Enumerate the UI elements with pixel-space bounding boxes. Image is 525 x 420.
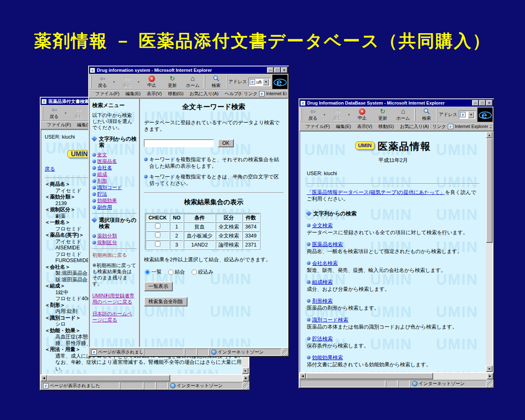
search-button[interactable]: 検索	[206, 75, 226, 89]
scroll-thumb[interactable]	[306, 373, 433, 379]
maximize-button[interactable]: □	[274, 67, 281, 73]
back-dropdown-icon[interactable]: ▾	[65, 112, 68, 115]
resize-grip[interactable]	[487, 380, 493, 387]
menu-item[interactable]: 移動(G)	[168, 91, 183, 97]
scroll-left-icon[interactable]: ◀	[299, 373, 306, 379]
sidebar-link-薬効分類[interactable]: 薬効分類	[97, 233, 117, 239]
menu-item[interactable]: 表示(V)	[147, 91, 162, 97]
return-link[interactable]: UMIN利用登録者専用のページに戻る	[92, 293, 137, 305]
reset-screen-link[interactable]: 初期画面に戻る	[92, 252, 137, 258]
forward-dropdown-icon[interactable]: ▾	[138, 80, 141, 84]
home-button[interactable]: ⌂ ホーム	[183, 75, 203, 89]
search-button[interactable]: 検索	[417, 107, 436, 122]
refresh-button[interactable]: ↻ 更新	[162, 75, 182, 89]
menu-item[interactable]: ファイル(F)	[47, 122, 71, 128]
toolbar-grip[interactable]	[42, 107, 43, 119]
vertical-scrollbar[interactable]: ▲ ▼	[486, 132, 493, 372]
radio-list[interactable]: 一覧	[145, 269, 162, 275]
scroll-right-icon[interactable]: ▶	[487, 373, 493, 379]
sidebar-link-規制区分[interactable]: 規制区分	[97, 240, 117, 246]
back-link[interactable]: 戻る	[45, 166, 55, 173]
narrow-radio[interactable]	[192, 269, 197, 275]
address-dropdown-icon[interactable]: ▼	[263, 79, 269, 85]
menu-item[interactable]: お気に入り(A)	[400, 123, 429, 130]
scroll-thumb[interactable]	[486, 138, 493, 243]
links-item[interactable]: Internet Explorer ニュース	[455, 123, 492, 130]
list-radio[interactable]	[145, 269, 150, 275]
home-button[interactable]: ⌂ ホーム	[393, 107, 413, 122]
link-剤形検索[interactable]: 剤形検索	[312, 298, 333, 304]
menu-item[interactable]: 編集(E)	[126, 91, 141, 97]
horizontal-scrollbar[interactable]: ◀ ▶	[41, 375, 249, 381]
close-button[interactable]: ×	[281, 67, 288, 73]
link-会社名検索[interactable]: 会社名検索	[312, 260, 338, 267]
scroll-up-icon[interactable]: ▲	[486, 132, 493, 138]
union-radio[interactable]	[168, 269, 173, 275]
radio-narrow[interactable]: 絞込み	[192, 269, 214, 275]
toolbar-grip[interactable]	[301, 108, 302, 121]
sidebar-link-貯法[interactable]: 貯法	[97, 191, 107, 197]
stop-button[interactable]: × 中止	[142, 75, 162, 89]
minimize-button[interactable]: ─	[267, 67, 274, 73]
menu-item[interactable]: ヘルプ(H)	[225, 91, 242, 97]
resize-grip[interactable]	[243, 382, 249, 389]
back-button[interactable]: ⇦ 戻る	[303, 107, 323, 122]
sidebar-link-医薬品名[interactable]: 医薬品名	[97, 158, 117, 164]
link-識別コード検索[interactable]: 識別コード検索	[312, 317, 348, 323]
sidebar-link-全文[interactable]: 全文	[97, 152, 107, 158]
keyword-input[interactable]	[144, 139, 214, 147]
back-button[interactable]: ⇦ 戻る	[44, 106, 64, 120]
scroll-down-icon[interactable]: ▼	[486, 365, 493, 372]
ok-button[interactable]: OK	[218, 139, 234, 147]
titlebar[interactable]: e Drug Information DataBase System - Mic…	[299, 99, 493, 107]
return-link[interactable]: 日本語のホームページに戻る	[92, 311, 137, 323]
menu-item[interactable]: ファイル(F)	[95, 91, 119, 97]
links-item[interactable]: Internet Explorer ニュース	[266, 91, 287, 97]
sidebar-link-効能効果[interactable]: 効能効果	[97, 198, 117, 204]
menu-item[interactable]: お気に入り(A)	[189, 91, 218, 97]
radio-union[interactable]: 結合	[168, 269, 185, 275]
refresh-button[interactable]: ↻ 更新	[373, 107, 393, 122]
minimize-button[interactable]: ─	[472, 100, 479, 106]
maximize-button[interactable]: □	[479, 100, 486, 106]
row-checkbox[interactable]	[155, 223, 160, 228]
sidebar-link-副作用[interactable]: 副作用	[97, 204, 112, 210]
scroll-track[interactable]	[47, 375, 243, 381]
row-checkbox[interactable]	[155, 232, 160, 237]
address-dropdown-icon[interactable]: ▼	[468, 112, 474, 118]
menu-item[interactable]: 移動(G)	[378, 123, 394, 130]
back-dropdown-icon[interactable]: ▾	[113, 80, 116, 84]
sidebar-link-剤形[interactable]: 剤形	[97, 178, 107, 184]
address-input[interactable]: e w/img/index.cg ▼	[459, 111, 475, 119]
stop-button[interactable]: × 中止	[352, 107, 372, 122]
delete-all-sets-button[interactable]: 検索集合全削除	[144, 297, 187, 306]
sidebar-link-会社名[interactable]: 会社名	[97, 165, 112, 171]
link-貯法検索[interactable]: 貯法検索	[312, 336, 333, 342]
close-button[interactable]: ×	[486, 100, 493, 106]
horizontal-scrollbar[interactable]: ◀ ▶	[299, 373, 493, 379]
list-display-button[interactable]: 一覧表示	[144, 282, 173, 291]
scroll-thumb[interactable]	[47, 375, 170, 381]
titlebar[interactable]: e Drug information system - Microsoft In…	[89, 66, 288, 74]
resize-grip[interactable]	[282, 349, 288, 356]
database-notice-link[interactable]: 「医薬品情報データベース(磁気テープ)の提供にあたって」	[307, 189, 445, 195]
link-医薬品名検索[interactable]: 医薬品名検索	[312, 241, 343, 248]
link-効能効果検索[interactable]: 効能効果検索	[312, 354, 343, 361]
sidebar-link-組成[interactable]: 組成	[97, 171, 107, 178]
forward-button[interactable]: ⇨ 進む	[117, 75, 137, 89]
address-input[interactable]: e uflg-back ▼	[249, 78, 270, 86]
sidebar-link-識別コード[interactable]: 識別コード	[97, 185, 122, 191]
links-bar[interactable]: リンク e Internet Explorer ニュース	[242, 91, 287, 97]
scroll-left-icon[interactable]: ◀	[41, 375, 47, 381]
forward-button[interactable]: ⇨ 進む	[328, 107, 347, 122]
toolbar-grip[interactable]	[90, 75, 91, 88]
back-dropdown-icon[interactable]: ▾	[324, 113, 327, 116]
row-checkbox[interactable]	[155, 241, 160, 247]
scroll-down-icon[interactable]: ▼	[242, 368, 249, 374]
scroll-right-icon[interactable]: ▶	[243, 375, 249, 381]
forward-dropdown-icon[interactable]: ▾	[348, 113, 352, 116]
link-全文検索[interactable]: 全文検索	[312, 222, 333, 229]
link-組成検索[interactable]: 組成検索	[312, 279, 333, 285]
forward-button[interactable]: ⇨ 進む	[69, 106, 89, 120]
menu-item[interactable]: 表示(V)	[357, 123, 372, 130]
